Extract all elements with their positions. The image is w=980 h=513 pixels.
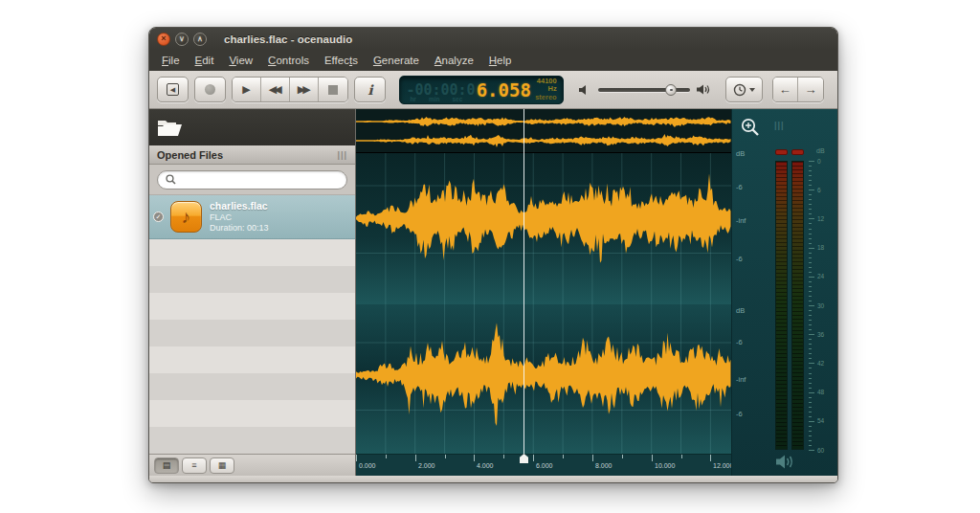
search-box[interactable] bbox=[157, 170, 347, 190]
fast-forward-button[interactable]: ▶▶ bbox=[290, 78, 319, 101]
rewind-button[interactable]: ◀◀ bbox=[261, 78, 290, 101]
meter-tick bbox=[809, 194, 812, 195]
list-row-empty bbox=[149, 293, 355, 320]
menu-edit[interactable]: Edit bbox=[189, 52, 221, 69]
file-item[interactable]: ✓♪charlies.flacFLACDuration: 00:13 bbox=[149, 195, 355, 239]
search-row bbox=[149, 165, 355, 195]
close-button[interactable]: × bbox=[157, 33, 170, 46]
folder-icon[interactable] bbox=[157, 118, 183, 138]
meter-tick bbox=[809, 363, 814, 364]
forward-button[interactable]: → bbox=[798, 78, 823, 101]
wave-db-scale-label: -inf bbox=[736, 216, 746, 225]
view-mode-button-2[interactable]: ▦ bbox=[210, 457, 234, 474]
transport-controls: ▶ ◀◀ ▶▶ bbox=[232, 77, 348, 102]
volume-slider[interactable] bbox=[598, 88, 690, 92]
timeline-label: 0.000 bbox=[359, 462, 376, 469]
maximize-button[interactable]: ∧ bbox=[193, 33, 207, 46]
meter-tick bbox=[809, 353, 812, 354]
meter-scale-number: 0 bbox=[817, 158, 821, 165]
timeline-label: 4.000 bbox=[477, 462, 494, 469]
meter-tick bbox=[809, 234, 812, 234]
meter-tick bbox=[809, 170, 812, 171]
timeline-tick bbox=[563, 455, 564, 458]
sample-rate-label: 44100 Hz bbox=[531, 78, 557, 94]
view-mode-button-1[interactable]: ≡ bbox=[182, 457, 207, 474]
search-input[interactable] bbox=[181, 174, 339, 185]
meter-tick bbox=[809, 199, 812, 200]
desktop: { "window": { "title": "charlies.flac - … bbox=[0, 0, 980, 513]
back-button[interactable]: ← bbox=[773, 78, 798, 101]
wave-db-scale-label: -6 bbox=[736, 410, 743, 418]
waveform-overview[interactable] bbox=[356, 109, 731, 153]
chevron-down-icon bbox=[749, 88, 755, 92]
skip-to-start-icon: ◀ bbox=[167, 83, 179, 96]
meter-tick bbox=[809, 296, 812, 297]
opened-files-header[interactable]: Opened Files ||| bbox=[149, 145, 355, 165]
playhead-line[interactable] bbox=[523, 109, 524, 454]
record-button[interactable] bbox=[194, 77, 226, 102]
meter-tick bbox=[809, 378, 812, 379]
panel-grip-icon[interactable]: ||| bbox=[337, 150, 347, 160]
list-row-empty bbox=[149, 266, 355, 293]
record-icon bbox=[205, 84, 215, 95]
meter-tick bbox=[809, 445, 812, 446]
wave-db-scale-label: dB bbox=[736, 306, 745, 315]
playhead-marker[interactable] bbox=[520, 454, 528, 463]
volume-control bbox=[579, 83, 712, 96]
view-mode-bar: ▤≡▦ bbox=[149, 454, 355, 476]
sidebar-tab-strip bbox=[149, 109, 355, 145]
meter-tick bbox=[809, 431, 812, 432]
meter-tick bbox=[809, 416, 812, 417]
meter-tick bbox=[809, 213, 812, 214]
file-duration: Duration: 00:13 bbox=[210, 223, 269, 234]
menu-effects[interactable]: Effects bbox=[318, 52, 365, 69]
timeline-label: 2.000 bbox=[418, 462, 435, 469]
meter-tick bbox=[809, 267, 812, 268]
time-format-button[interactable] bbox=[725, 77, 763, 102]
play-button[interactable]: ▶ bbox=[233, 78, 261, 101]
meter-tick bbox=[809, 166, 812, 167]
meter-tick bbox=[809, 450, 814, 451]
minimize-button[interactable]: ∨ bbox=[175, 33, 189, 46]
meter-tick bbox=[809, 161, 814, 162]
menu-controls[interactable]: Controls bbox=[261, 52, 316, 69]
stop-icon bbox=[328, 85, 338, 95]
menu-generate[interactable]: Generate bbox=[367, 52, 426, 69]
meter-tick bbox=[809, 421, 814, 422]
list-row-empty bbox=[149, 346, 355, 373]
time-display[interactable]: -00:00:0 6.058 hr min sec 44100 Hz stere… bbox=[399, 76, 563, 104]
audio-file-icon: ♪ bbox=[170, 201, 202, 233]
search-icon bbox=[166, 174, 176, 185]
volume-knob[interactable] bbox=[665, 84, 677, 96]
timeline-tick bbox=[386, 455, 387, 458]
timeline-tick bbox=[445, 455, 446, 458]
toolbar: ◀ ▶ ◀◀ ▶▶ i -00:00:0 6.058 hr min sec 44… bbox=[149, 71, 837, 109]
meter-tick bbox=[809, 358, 812, 359]
titlebar[interactable]: × ∨ ∧ charlies.flac - ocenaudio bbox=[149, 28, 837, 50]
meter-tick bbox=[809, 243, 812, 244]
meter-speaker-icon[interactable] bbox=[776, 454, 797, 470]
meter-tick bbox=[809, 315, 812, 316]
clip-led-left[interactable] bbox=[775, 149, 788, 155]
skip-to-start-button[interactable]: ◀ bbox=[157, 77, 189, 102]
meter-tick bbox=[809, 334, 814, 335]
menu-help[interactable]: Help bbox=[482, 52, 519, 69]
meter-tick bbox=[809, 253, 812, 254]
wave-db-scale-label: -inf bbox=[736, 375, 746, 384]
meter-grip-icon[interactable]: ||| bbox=[774, 121, 785, 130]
waveform-view[interactable] bbox=[356, 153, 731, 454]
wave-db-scale-label: dB bbox=[736, 149, 745, 158]
menu-view[interactable]: View bbox=[222, 52, 259, 69]
timeline-ruler[interactable]: 0.0002.0004.0006.0008.00010.00012.000 bbox=[356, 454, 731, 476]
menu-analyze[interactable]: Analyze bbox=[428, 52, 480, 69]
list-row-empty bbox=[149, 427, 355, 454]
timeline-tick bbox=[415, 455, 416, 461]
info-button[interactable]: i bbox=[354, 77, 386, 102]
stop-button[interactable] bbox=[319, 78, 347, 101]
wave-db-scale-label: -6 bbox=[736, 255, 743, 263]
clock-icon bbox=[733, 83, 746, 97]
menu-file[interactable]: File bbox=[155, 52, 187, 69]
clip-led-right[interactable] bbox=[791, 149, 804, 155]
zoom-icon[interactable] bbox=[740, 117, 761, 138]
view-mode-button-0[interactable]: ▤ bbox=[154, 457, 179, 474]
